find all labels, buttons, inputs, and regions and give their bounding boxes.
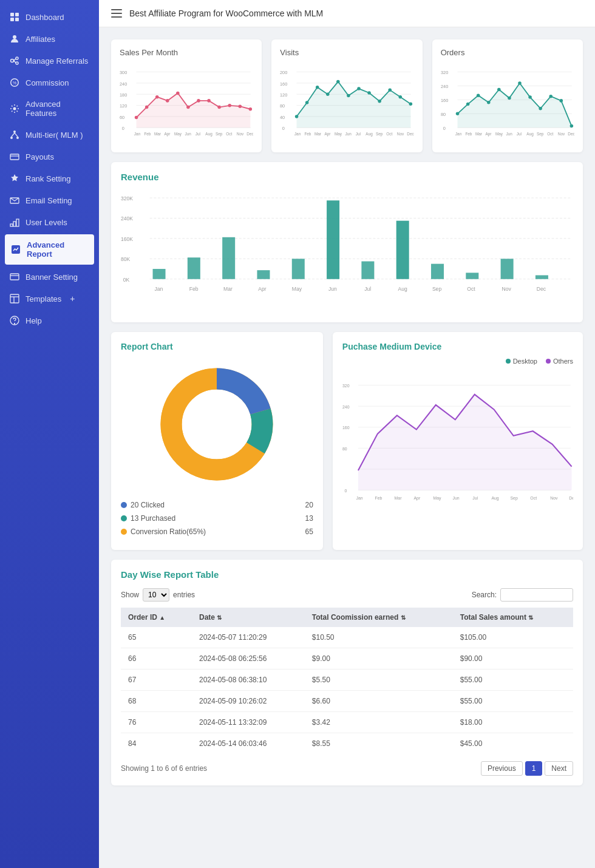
purchase-chart: 320 240 160 80 0 Jan Feb Mar Apr May Jun — [342, 368, 573, 538]
templates-plus[interactable]: + — [70, 294, 75, 303]
menu-icon[interactable] — [111, 9, 122, 18]
cell-date: 2024-05-14 06:03:46 — [192, 733, 305, 754]
svg-point-125 — [518, 81, 522, 85]
payouts-icon — [10, 152, 19, 161]
svg-line-16 — [15, 133, 18, 137]
svg-rect-21 — [13, 222, 16, 226]
levels-icon — [10, 217, 19, 227]
svg-text:Feb: Feb — [375, 496, 382, 500]
cell-commission: $9.00 — [305, 648, 453, 670]
sales-chart: 300 240 180 120 60 0 — [120, 63, 253, 142]
svg-text:Nov: Nov — [557, 132, 565, 136]
sidebar-item-help[interactable]: Help — [0, 310, 99, 331]
svg-point-49 — [155, 95, 159, 99]
sidebar-item-label: Help — [25, 316, 42, 325]
svg-text:Jul: Jul — [356, 132, 361, 136]
referrals-icon — [10, 56, 19, 66]
svg-text:Apr: Apr — [164, 132, 171, 137]
show-entries: Show 10 25 50 entries — [121, 588, 195, 602]
table-row: 84 2024-05-14 06:03:46 $8.55 $45.00 — [121, 733, 573, 754]
svg-text:Jun: Jun — [345, 132, 352, 136]
svg-rect-154 — [188, 257, 200, 279]
svg-text:Oct: Oct — [387, 132, 393, 136]
svg-text:320: 320 — [441, 70, 448, 75]
svg-text:Sep: Sep — [510, 496, 517, 501]
email-icon — [10, 195, 19, 205]
sidebar-item-payouts[interactable]: Payouts — [0, 146, 99, 168]
svg-text:Nov: Nov — [397, 132, 404, 136]
svg-text:300: 300 — [120, 70, 127, 75]
svg-text:Mar: Mar — [223, 286, 233, 292]
sidebar-item-label: Manage Referrals — [25, 56, 88, 66]
col-date[interactable]: Date ⇅ — [192, 608, 305, 627]
svg-point-119 — [455, 112, 459, 116]
next-button[interactable]: Next — [545, 761, 573, 776]
svg-point-85 — [305, 101, 309, 104]
rank-icon — [10, 174, 19, 183]
cell-order-id: 76 — [121, 712, 192, 733]
cell-commission: $8.55 — [305, 733, 453, 754]
col-sales[interactable]: Total Sales amount ⇅ — [453, 608, 573, 627]
svg-rect-2 — [10, 18, 14, 21]
sidebar-item-rank[interactable]: Rank Setting — [0, 168, 99, 189]
svg-text:Mar: Mar — [475, 132, 483, 136]
svg-text:Aug: Aug — [491, 496, 498, 501]
help-icon — [10, 316, 19, 325]
svg-text:80K: 80K — [121, 256, 131, 262]
svg-text:240: 240 — [342, 405, 350, 409]
sidebar-item-templates[interactable]: Templates + — [0, 288, 99, 310]
svg-text:Nov: Nov — [550, 496, 558, 500]
sidebar-item-banner[interactable]: Banner Setting — [0, 266, 99, 288]
svg-point-4 — [13, 35, 16, 39]
cell-sales: $55.00 — [453, 670, 573, 691]
svg-point-89 — [347, 94, 350, 98]
prev-button[interactable]: Previous — [481, 761, 523, 776]
svg-text:Aug: Aug — [398, 286, 407, 292]
entries-select[interactable]: 10 25 50 — [143, 588, 169, 602]
svg-text:Feb: Feb — [465, 132, 472, 136]
svg-text:120: 120 — [120, 103, 127, 109]
sidebar-item-dashboard[interactable]: Dashboard — [0, 6, 99, 28]
svg-rect-17 — [10, 154, 19, 160]
legend-purchased-label: 13 Purchased — [131, 514, 175, 523]
svg-rect-153 — [153, 269, 166, 279]
legend-others: Others — [546, 358, 573, 365]
svg-point-55 — [217, 106, 221, 109]
sidebar-item-advanced-features[interactable]: Advanced Features — [0, 93, 99, 124]
svg-point-47 — [135, 116, 138, 120]
main-content: Best Affiliate Program for WooCommerce w… — [99, 0, 595, 868]
cell-order-id: 84 — [121, 733, 192, 754]
svg-text:Feb: Feb — [189, 286, 199, 292]
svg-text:Jul: Jul — [517, 132, 522, 136]
table-row: 67 2024-05-08 06:38:10 $5.50 $55.00 — [121, 670, 573, 691]
svg-text:160: 160 — [280, 81, 287, 87]
search-input[interactable] — [500, 588, 573, 602]
sidebar-item-advanced-report[interactable]: Advanced Report — [5, 234, 94, 265]
sidebar-item-commission[interactable]: % Commission — [0, 72, 99, 93]
svg-point-6 — [16, 57, 18, 59]
svg-marker-83 — [297, 82, 411, 128]
sales-chart-card: Sales Per Month 300 240 180 120 60 0 — [111, 39, 262, 152]
sidebar-item-user-levels[interactable]: User Levels — [0, 211, 99, 233]
sidebar-item-label: User Levels — [25, 218, 67, 227]
svg-point-30 — [15, 324, 15, 324]
sidebar-item-mlm[interactable]: Multi-tier( MLM ) — [0, 124, 99, 146]
col-commission[interactable]: Total Coomission earned ⇅ — [305, 608, 453, 627]
svg-rect-24 — [10, 274, 19, 280]
svg-text:80: 80 — [441, 112, 446, 117]
header: Best Affiliate Program for WooCommerce w… — [99, 0, 595, 27]
col-order-id[interactable]: Order ID ▲ — [121, 608, 192, 627]
svg-line-15 — [12, 133, 15, 137]
revenue-title: Revenue — [121, 172, 573, 182]
svg-rect-1 — [15, 13, 19, 16]
cell-commission: $10.50 — [305, 627, 453, 648]
legend-conversion-value: 65 — [305, 527, 313, 536]
page-1-button[interactable]: 1 — [525, 761, 543, 776]
svg-text:Apr: Apr — [413, 496, 420, 501]
svg-rect-32 — [111, 13, 122, 14]
sidebar-item-affiliates[interactable]: Affiliates — [0, 28, 99, 50]
svg-point-126 — [528, 95, 532, 99]
svg-text:200: 200 — [280, 70, 287, 75]
sidebar-item-email[interactable]: Email Setting — [0, 189, 99, 211]
sidebar-item-referrals[interactable]: Manage Referrals — [0, 50, 99, 72]
